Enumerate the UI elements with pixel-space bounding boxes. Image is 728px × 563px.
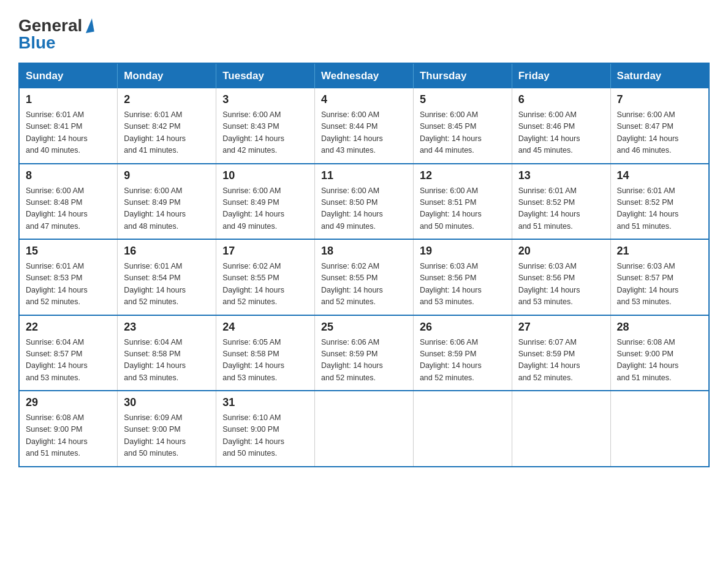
day-cell [315,391,414,467]
day-info: Sunrise: 6:06 AMSunset: 8:59 PMDaylight:… [321,337,407,385]
week-row-0: 1 Sunrise: 6:01 AMSunset: 8:41 PMDayligh… [19,88,709,164]
day-info: Sunrise: 6:07 AMSunset: 8:59 PMDaylight:… [518,337,604,385]
day-info: Sunrise: 6:01 AMSunset: 8:54 PMDaylight:… [124,261,210,308]
day-number: 2 [124,93,210,106]
day-cell: 26 Sunrise: 6:06 AMSunset: 8:59 PMDaylig… [413,315,512,391]
day-number: 28 [617,321,702,334]
day-info: Sunrise: 6:02 AMSunset: 8:55 PMDaylight:… [222,261,308,308]
day-cell: 21 Sunrise: 6:03 AMSunset: 8:57 PMDaylig… [610,239,709,315]
header: General Blue [18,12,710,52]
day-cell: 7 Sunrise: 6:00 AMSunset: 8:47 PMDayligh… [610,88,709,164]
day-cell: 17 Sunrise: 6:02 AMSunset: 8:55 PMDaylig… [216,239,315,315]
day-info: Sunrise: 6:03 AMSunset: 8:56 PMDaylight:… [518,261,604,308]
day-cell: 30 Sunrise: 6:09 AMSunset: 9:00 PMDaylig… [118,391,216,467]
logo-triangle-icon [83,18,94,33]
day-info: Sunrise: 6:00 AMSunset: 8:51 PMDaylight:… [420,185,506,233]
day-cell: 6 Sunrise: 6:00 AMSunset: 8:46 PMDayligh… [512,88,610,164]
day-cell: 29 Sunrise: 6:08 AMSunset: 9:00 PMDaylig… [19,391,118,467]
day-number: 16 [124,245,210,258]
day-number: 5 [420,93,506,106]
day-cell: 12 Sunrise: 6:00 AMSunset: 8:51 PMDaylig… [413,164,512,240]
day-info: Sunrise: 6:04 AMSunset: 8:58 PMDaylight:… [124,337,210,385]
day-number: 9 [124,169,210,182]
day-cell [413,391,512,467]
day-info: Sunrise: 6:08 AMSunset: 9:00 PMDaylight:… [617,337,702,385]
day-cell: 24 Sunrise: 6:05 AMSunset: 8:58 PMDaylig… [216,315,315,391]
logo-blue-text: Blue [18,34,56,52]
day-number: 7 [617,93,702,106]
week-row-2: 15 Sunrise: 6:01 AMSunset: 8:53 PMDaylig… [19,239,709,315]
day-number: 31 [222,396,308,409]
logo: General Blue [18,12,93,52]
day-info: Sunrise: 6:06 AMSunset: 8:59 PMDaylight:… [420,337,506,385]
day-info: Sunrise: 6:00 AMSunset: 8:44 PMDaylight:… [321,109,407,157]
day-info: Sunrise: 6:00 AMSunset: 8:47 PMDaylight:… [617,109,702,157]
day-number: 8 [26,169,111,182]
day-cell: 13 Sunrise: 6:01 AMSunset: 8:52 PMDaylig… [512,164,610,240]
day-cell: 31 Sunrise: 6:10 AMSunset: 9:00 PMDaylig… [216,391,315,467]
day-number: 12 [420,169,506,182]
day-info: Sunrise: 6:01 AMSunset: 8:42 PMDaylight:… [124,109,210,157]
day-number: 3 [222,93,308,106]
day-info: Sunrise: 6:03 AMSunset: 8:56 PMDaylight:… [420,261,506,308]
day-info: Sunrise: 6:04 AMSunset: 8:57 PMDaylight:… [26,337,111,385]
day-info: Sunrise: 6:00 AMSunset: 8:45 PMDaylight:… [420,109,506,157]
day-cell: 15 Sunrise: 6:01 AMSunset: 8:53 PMDaylig… [19,239,118,315]
header-tuesday: Tuesday [216,63,315,88]
day-number: 19 [420,245,506,258]
day-cell: 16 Sunrise: 6:01 AMSunset: 8:54 PMDaylig… [118,239,216,315]
day-cell: 20 Sunrise: 6:03 AMSunset: 8:56 PMDaylig… [512,239,610,315]
day-number: 22 [26,321,111,334]
day-info: Sunrise: 6:00 AMSunset: 8:43 PMDaylight:… [222,109,308,157]
day-info: Sunrise: 6:00 AMSunset: 8:46 PMDaylight:… [518,109,604,157]
day-cell: 10 Sunrise: 6:00 AMSunset: 8:49 PMDaylig… [216,164,315,240]
calendar-table: SundayMondayTuesdayWednesdayThursdayFrid… [18,63,710,467]
day-info: Sunrise: 6:00 AMSunset: 8:50 PMDaylight:… [321,185,407,233]
day-info: Sunrise: 6:00 AMSunset: 8:49 PMDaylight:… [222,185,308,233]
day-cell: 11 Sunrise: 6:00 AMSunset: 8:50 PMDaylig… [315,164,414,240]
header-wednesday: Wednesday [315,63,414,88]
day-cell: 19 Sunrise: 6:03 AMSunset: 8:56 PMDaylig… [413,239,512,315]
day-number: 1 [26,93,111,106]
day-info: Sunrise: 6:01 AMSunset: 8:52 PMDaylight:… [518,185,604,233]
day-info: Sunrise: 6:08 AMSunset: 9:00 PMDaylight:… [26,412,111,460]
day-number: 29 [26,396,111,409]
day-cell: 18 Sunrise: 6:02 AMSunset: 8:55 PMDaylig… [315,239,414,315]
header-sunday: Sunday [19,63,118,88]
day-info: Sunrise: 6:01 AMSunset: 8:52 PMDaylight:… [617,185,702,233]
day-number: 10 [222,169,308,182]
day-cell: 14 Sunrise: 6:01 AMSunset: 8:52 PMDaylig… [610,164,709,240]
day-number: 4 [321,93,407,106]
day-info: Sunrise: 6:00 AMSunset: 8:49 PMDaylight:… [124,185,210,233]
day-cell: 1 Sunrise: 6:01 AMSunset: 8:41 PMDayligh… [19,88,118,164]
header-friday: Friday [512,63,610,88]
day-cell [610,391,709,467]
day-number: 20 [518,245,604,258]
day-info: Sunrise: 6:05 AMSunset: 8:58 PMDaylight:… [222,337,308,385]
day-number: 18 [321,245,407,258]
day-cell: 23 Sunrise: 6:04 AMSunset: 8:58 PMDaylig… [118,315,216,391]
day-cell: 28 Sunrise: 6:08 AMSunset: 9:00 PMDaylig… [610,315,709,391]
day-cell: 5 Sunrise: 6:00 AMSunset: 8:45 PMDayligh… [413,88,512,164]
header-monday: Monday [118,63,216,88]
day-number: 21 [617,245,702,258]
day-info: Sunrise: 6:00 AMSunset: 8:48 PMDaylight:… [26,185,111,233]
day-number: 24 [222,321,308,334]
day-number: 23 [124,321,210,334]
day-cell: 3 Sunrise: 6:00 AMSunset: 8:43 PMDayligh… [216,88,315,164]
day-info: Sunrise: 6:03 AMSunset: 8:57 PMDaylight:… [617,261,702,308]
calendar-header-row: SundayMondayTuesdayWednesdayThursdayFrid… [19,63,709,88]
day-info: Sunrise: 6:09 AMSunset: 9:00 PMDaylight:… [124,412,210,460]
day-cell: 8 Sunrise: 6:00 AMSunset: 8:48 PMDayligh… [19,164,118,240]
day-cell [512,391,610,467]
day-number: 30 [124,396,210,409]
week-row-3: 22 Sunrise: 6:04 AMSunset: 8:57 PMDaylig… [19,315,709,391]
day-info: Sunrise: 6:10 AMSunset: 9:00 PMDaylight:… [222,412,308,460]
day-number: 14 [617,169,702,182]
week-row-4: 29 Sunrise: 6:08 AMSunset: 9:00 PMDaylig… [19,391,709,467]
day-info: Sunrise: 6:01 AMSunset: 8:41 PMDaylight:… [26,109,111,157]
day-number: 6 [518,93,604,106]
header-saturday: Saturday [610,63,709,88]
day-number: 25 [321,321,407,334]
day-number: 27 [518,321,604,334]
